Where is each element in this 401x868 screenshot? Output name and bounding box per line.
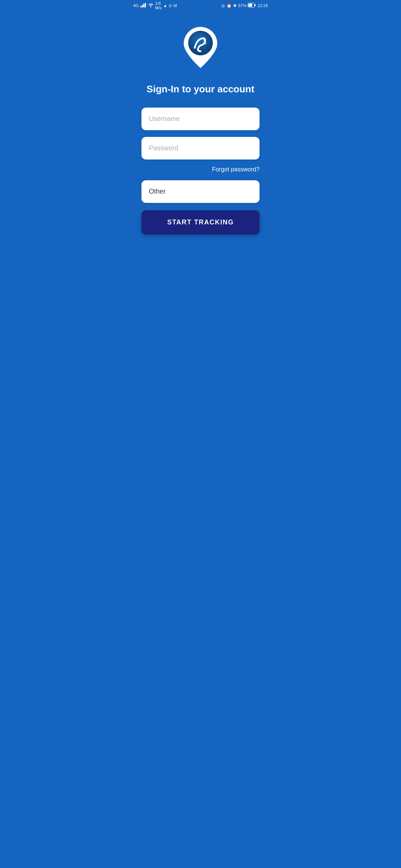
- username-input[interactable]: [141, 108, 260, 130]
- time-display: 12:18: [257, 3, 268, 8]
- app-logo: [180, 25, 221, 70]
- password-input[interactable]: [141, 137, 260, 160]
- svg-rect-0: [140, 6, 141, 7]
- signal-icon: [140, 3, 146, 8]
- svg-rect-5: [248, 4, 252, 7]
- logo-container: [180, 25, 221, 70]
- gmail-icon: M: [173, 3, 177, 8]
- wifi-icon: [148, 3, 154, 8]
- alarm-icon: ⏰: [226, 3, 232, 8]
- bluetooth-icon: ✱: [233, 3, 237, 8]
- status-right: ◎ ⏰ ✱ 57% 12:18: [221, 3, 268, 8]
- navigation-icon: ▲: [163, 3, 167, 8]
- start-tracking-button[interactable]: START TRACKING: [141, 210, 260, 234]
- network-type: 4G: [133, 3, 139, 8]
- speed-indicator: 3.8M/s: [155, 1, 162, 10]
- svg-rect-1: [142, 5, 143, 7]
- svg-rect-2: [143, 4, 144, 7]
- main-content: Sign-In to your account Forgot password?…: [128, 10, 273, 313]
- whatsapp-icon: ⊙: [169, 3, 172, 8]
- battery-icon: [248, 3, 256, 8]
- forgot-password-link[interactable]: Forgot password?: [212, 166, 260, 173]
- eye-icon: ◎: [221, 3, 225, 8]
- battery-percent: 57%: [238, 3, 246, 8]
- page-title: Sign-In to your account: [147, 83, 254, 96]
- status-bar: 4G 3.8M/s ▲ ⊙ M ◎ ⏰ ✱ 57%: [128, 0, 273, 10]
- svg-rect-6: [255, 4, 256, 6]
- status-left: 4G 3.8M/s ▲ ⊙ M: [133, 1, 177, 10]
- other-input[interactable]: [141, 180, 260, 203]
- svg-rect-3: [145, 3, 146, 7]
